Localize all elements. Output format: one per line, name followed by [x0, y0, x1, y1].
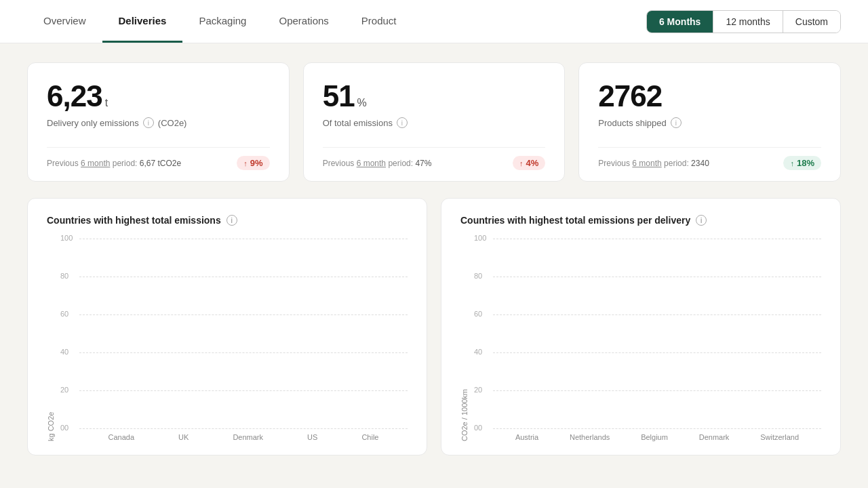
bar-chart-total: kg CO2e 00 20 40 60 80 100	[47, 239, 408, 441]
bar-label-denmark: Denmark	[233, 433, 263, 441]
stat-unit-emissions: t	[105, 97, 108, 109]
arrow-up-icon-percent: ↑	[519, 159, 524, 167]
arrow-up-icon-emissions: ↑	[243, 159, 248, 167]
badge-emissions: ↑ 9%	[237, 156, 269, 170]
stat-prev-emissions: Previous 6 month period: 6,67 tCO2e	[47, 159, 181, 168]
stat-prev-percent: Previous 6 month period: 47%	[323, 159, 432, 168]
chart-title-total-emissions: Countries with highest total emissions i	[47, 215, 408, 226]
y-axis-label-total: kg CO2e	[47, 239, 55, 441]
y-axis-label-per-delivery: CO2e / 1000km	[460, 239, 469, 441]
stat-value-percent: 51	[323, 79, 355, 113]
chart-panels-grid: Countries with highest total emissions i…	[27, 198, 841, 455]
stat-main-products: 2762	[598, 79, 821, 113]
stat-card-percent: 51 % Of total emissions i Previous 6 mon…	[303, 62, 566, 182]
top-navigation: Overview Deliveries Packaging Operations…	[0, 0, 868, 43]
bar-label-switzerland: Switzerland	[760, 433, 799, 441]
bar-label-denmark2: Denmark	[699, 433, 730, 441]
stat-prev-products: Previous 6 month period: 2340	[598, 159, 709, 168]
chart-panel-total-emissions: Countries with highest total emissions i…	[27, 198, 427, 455]
period-selector: 6 Months 12 months Custom	[646, 10, 841, 33]
info-icon-percent[interactable]: i	[397, 117, 408, 128]
info-icon-products[interactable]: i	[671, 117, 682, 128]
stat-card-emissions: 6,23 t Delivery only emissions i (CO2e) …	[27, 62, 290, 182]
stat-label-percent: Of total emissions i	[323, 117, 546, 128]
chart-title-per-delivery: Countries with highest total emissions p…	[460, 215, 821, 226]
info-icon-chart1[interactable]: i	[226, 215, 237, 226]
badge-percent: ↑ 4%	[513, 156, 545, 170]
tab-overview[interactable]: Overview	[27, 0, 102, 43]
stat-label-emissions: Delivery only emissions i (CO2e)	[47, 117, 270, 128]
tab-deliveries[interactable]: Deliveries	[102, 0, 183, 43]
period-6months-button[interactable]: 6 Months	[647, 11, 713, 33]
stat-value-emissions: 6,23	[47, 79, 102, 113]
stat-cards-grid: 6,23 t Delivery only emissions i (CO2e) …	[27, 62, 841, 182]
bar-label-us: US	[307, 433, 317, 441]
badge-products: ↑ 18%	[783, 156, 821, 170]
chart-area-per-delivery: 00 20 40 60 80 100	[473, 239, 821, 441]
stat-value-products: 2762	[598, 79, 662, 113]
info-icon-emissions[interactable]: i	[143, 117, 154, 128]
bar-label-chile: Chile	[361, 433, 378, 441]
nav-tab-list: Overview Deliveries Packaging Operations…	[27, 0, 413, 43]
stat-main-percent: 51 %	[323, 79, 546, 113]
chart-panel-per-delivery: Countries with highest total emissions p…	[441, 198, 841, 455]
tab-product[interactable]: Product	[345, 0, 413, 43]
stat-unit-percent: %	[357, 97, 367, 109]
bar-chart-per-delivery: CO2e / 1000km 00 20 40 60 80 100	[460, 239, 821, 441]
stat-main-emissions: 6,23 t	[47, 79, 270, 113]
stat-footer-emissions: Previous 6 month period: 6,67 tCO2e ↑ 9%	[47, 147, 270, 170]
stat-footer-percent: Previous 6 month period: 47% ↑ 4%	[323, 147, 546, 170]
chart-area-total: 00 20 40 60 80 100	[59, 239, 408, 441]
bar-label-netherlands: Netherlands	[570, 433, 610, 441]
stat-footer-products: Previous 6 month period: 2340 ↑ 18%	[598, 147, 821, 170]
arrow-up-icon-products: ↑	[790, 159, 794, 167]
stat-card-products: 2762 Products shipped i Previous 6 month…	[578, 62, 841, 182]
bar-label-austria: Austria	[515, 433, 538, 441]
tab-operations[interactable]: Operations	[262, 0, 344, 43]
bar-label-belgium: Belgium	[641, 433, 668, 441]
period-12months-button[interactable]: 12 months	[713, 11, 783, 33]
main-content: 6,23 t Delivery only emissions i (CO2e) …	[0, 43, 868, 474]
bar-label-canada: Canada	[108, 433, 135, 441]
bar-label-uk: UK	[178, 433, 189, 441]
stat-label-products: Products shipped i	[598, 117, 821, 128]
period-custom-button[interactable]: Custom	[783, 11, 840, 33]
tab-packaging[interactable]: Packaging	[182, 0, 262, 43]
info-icon-chart2[interactable]: i	[696, 215, 707, 226]
